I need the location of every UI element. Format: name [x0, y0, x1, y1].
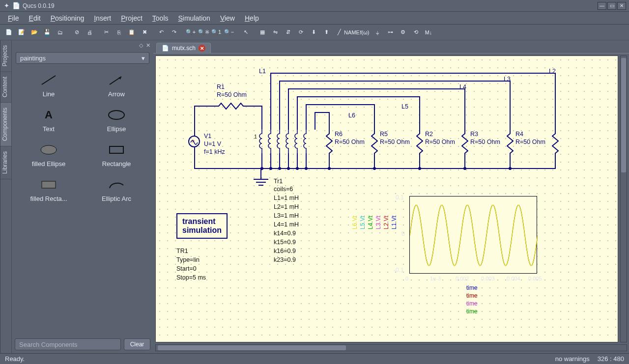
palette-label: Arrow [108, 90, 125, 98]
zoom-in-icon: 🔍+ [186, 29, 196, 35]
menu-view[interactable]: View [216, 13, 239, 23]
app-icon: ✦ [3, 2, 10, 9]
dock-tab-projects[interactable]: Projects [0, 40, 11, 72]
result-plot[interactable]: L6.VtL5.VtL4.VtL3.VtL2.VtL1.Vt 0.1 0 -0.… [409, 196, 557, 289]
dock-tab-libraries[interactable]: Libraries [0, 146, 11, 179]
name-label-button[interactable]: NAME [346, 27, 358, 38]
v1-u: U=1 V [204, 140, 221, 147]
palette-item-arrow[interactable]: Arrow [84, 70, 149, 101]
save-all-icon: 🗂 [57, 29, 63, 35]
mirror-h-button[interactable]: ⇋ [269, 27, 281, 38]
palette-item-elliptic-arc[interactable]: Elliptic Arc [84, 174, 149, 205]
tr1-name: Tr1 [274, 178, 283, 185]
delete-icon: ✖ [143, 29, 147, 35]
svg-rect-4 [110, 146, 123, 153]
redo-button[interactable]: ↷ [168, 27, 180, 38]
menu-insert[interactable]: Insert [90, 13, 115, 23]
rebuild-button[interactable]: ⟲ [410, 27, 422, 38]
maximize-button[interactable]: ▭ [607, 2, 616, 10]
zoom-in-button[interactable]: 🔍+ [185, 27, 197, 38]
cut-button[interactable]: ✂ [100, 27, 112, 38]
equation-button[interactable]: f(ω) [359, 27, 371, 38]
simulate-icon: ⚙ [400, 29, 405, 35]
new-doc-button[interactable]: 📄 [3, 27, 15, 38]
palette-label: Text [43, 125, 55, 133]
status-coords: 326 : 480 [598, 355, 624, 363]
rotate-button[interactable]: ⟳ [295, 27, 307, 38]
palette-item-filled-recta-[interactable]: filled Recta... [16, 174, 82, 205]
minimize-button[interactable]: — [598, 2, 606, 10]
doc-tab-label: mutx.sch [172, 45, 196, 52]
up-button[interactable]: ⬆ [320, 27, 332, 38]
port-button[interactable]: ⊶ [384, 27, 396, 38]
palette-item-line[interactable]: Line [16, 70, 82, 101]
menu-bar: File Edit Positioning Insert Project Too… [0, 12, 629, 25]
status-bar: Ready. no warnings 326 : 480 [0, 353, 629, 364]
menu-help[interactable]: Help [241, 13, 263, 23]
dock-tab-components[interactable]: Components [0, 103, 11, 146]
palette-label: filled Recta... [30, 195, 67, 202]
menu-positioning[interactable]: Positioning [47, 13, 88, 23]
menu-tools[interactable]: Tools [148, 13, 172, 23]
zoom-1-button[interactable]: 🔍1 [210, 27, 222, 38]
zoom-fit-button[interactable]: 🔍※ [198, 27, 209, 38]
paste-button[interactable]: 📋 [126, 27, 138, 38]
save-all-button[interactable]: 🗂 [54, 27, 66, 38]
search-components-input[interactable]: Search Components [15, 338, 121, 350]
grid-button[interactable]: ▦ [257, 27, 268, 38]
window-title: Qucs 0.0.19 [23, 2, 55, 9]
close-icon: ⊘ [75, 29, 79, 35]
palette-label: Ellipse [107, 125, 126, 133]
dock-tab-content[interactable]: Content [0, 72, 11, 103]
down-button[interactable]: ⬇ [308, 27, 319, 38]
pointer-button[interactable]: ↖ [240, 27, 252, 38]
open-button[interactable]: 📂 [29, 27, 40, 38]
ground-button[interactable]: ⏚ [372, 27, 383, 38]
new-text-button[interactable]: 📝 [16, 27, 28, 38]
grid-icon: ▦ [260, 29, 265, 35]
undo-button[interactable]: ↶ [155, 27, 167, 38]
down-icon: ⬇ [312, 29, 316, 35]
palette-item-ellipse[interactable]: Ellipse [84, 105, 149, 136]
m-label-button[interactable]: M↓ [423, 27, 434, 38]
component-category-select[interactable]: paintings ▾ [16, 52, 149, 64]
r1-value: R=50 Ohm [217, 91, 247, 98]
zoom-out-button[interactable]: 🔍− [223, 27, 235, 38]
dock-close-icon[interactable]: ✕ [146, 42, 150, 49]
mirror-v-button[interactable]: ⇵ [282, 27, 294, 38]
palette-item-rectangle[interactable]: Rectangle [84, 140, 149, 170]
canvas-vscroll[interactable] [620, 56, 627, 342]
schematic-canvas[interactable]: + V1 U=1 V f=1 kHz R1 R=50 Ohm [155, 56, 618, 342]
zoom-out-icon: 🔍− [224, 29, 234, 35]
component-category-value: paintings [20, 55, 46, 62]
palette-icon [107, 142, 126, 157]
menu-project[interactable]: Project [117, 13, 146, 23]
wire-button[interactable]: ╱ [333, 27, 345, 38]
menu-file[interactable]: File [4, 13, 23, 23]
palette-item-filled-ellipse[interactable]: filled Ellipse [16, 140, 82, 170]
close-window-button[interactable]: ✕ [617, 2, 626, 10]
search-placeholder: Search Components [19, 341, 78, 348]
close-button[interactable]: ⊘ [71, 27, 83, 38]
port-icon: ⊶ [388, 29, 393, 35]
palette-item-text[interactable]: AText [16, 105, 82, 136]
menu-edit[interactable]: Edit [25, 13, 45, 23]
simulation-block[interactable]: transient simulation [176, 213, 228, 239]
document-tab[interactable]: 📄 mutx.sch ✕ [156, 43, 211, 53]
paste-icon: 📋 [128, 29, 135, 35]
m-label-icon: M↓ [425, 29, 432, 35]
simulate-button[interactable]: ⚙ [397, 27, 409, 38]
dock-undock-icon[interactable]: ◇ [139, 42, 143, 49]
menu-simulation[interactable]: Simulation [174, 13, 214, 23]
pointer-icon: ↖ [244, 29, 248, 35]
delete-button[interactable]: ✖ [139, 27, 150, 38]
print-button[interactable]: 🖨 [84, 27, 95, 38]
redo-icon: ↷ [172, 29, 176, 35]
save-button[interactable]: 💾 [41, 27, 53, 38]
canvas-hscroll[interactable] [155, 344, 627, 351]
copy-button[interactable]: ⎘ [113, 27, 125, 38]
status-warnings: no warnings [555, 355, 590, 363]
ground-icon: ⏚ [376, 29, 379, 35]
doc-tab-close-icon[interactable]: ✕ [199, 45, 205, 52]
clear-search-button[interactable]: Clear [124, 338, 150, 350]
